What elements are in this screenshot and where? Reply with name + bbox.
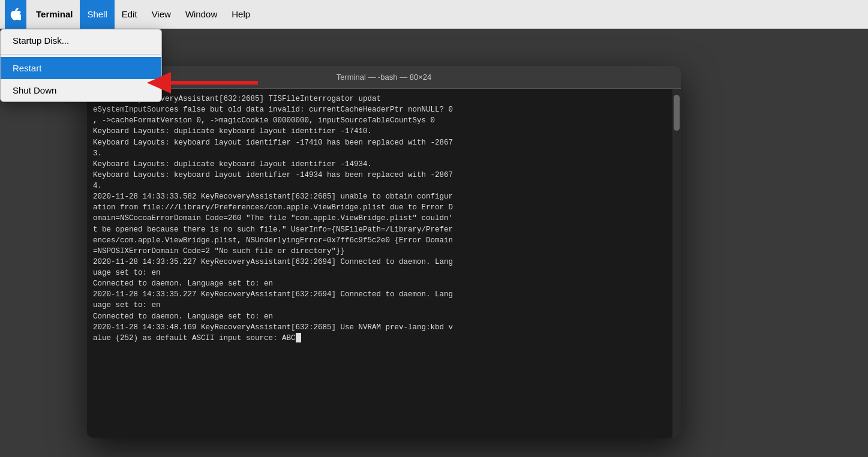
terminal-window: Terminal — -bash — 80×24 :33.489 KeyReco… (87, 66, 681, 438)
menu-edit[interactable]: Edit (115, 0, 145, 29)
apple-menu-button[interactable] (5, 0, 26, 29)
menu-item-shut-down[interactable]: Shut Down (1, 79, 161, 101)
menu-item-startup-disk[interactable]: Startup Disk... (1, 29, 161, 52)
scrollbar-thumb[interactable] (674, 95, 680, 131)
terminal-title: Terminal — -bash — 80×24 (337, 73, 432, 82)
menu-terminal[interactable]: Terminal (29, 0, 80, 29)
menu-divider (1, 54, 161, 55)
menu-window[interactable]: Window (178, 0, 224, 29)
menu-item-restart[interactable]: Restart (1, 57, 161, 79)
menu-shell[interactable]: Shell (80, 0, 114, 29)
terminal-content: :33.489 KeyRecoveryAssistant[632:2685] T… (87, 89, 672, 438)
menu-view[interactable]: View (145, 0, 178, 29)
terminal-cursor (296, 333, 301, 342)
terminal-titlebar: Terminal — -bash — 80×24 (87, 66, 681, 89)
menu-help[interactable]: Help (224, 0, 257, 29)
scrollbar-track[interactable] (672, 89, 681, 438)
apple-dropdown-menu: Startup Disk... Restart Shut Down (0, 29, 162, 102)
menubar: Terminal Shell Edit View Window Help (0, 0, 868, 29)
